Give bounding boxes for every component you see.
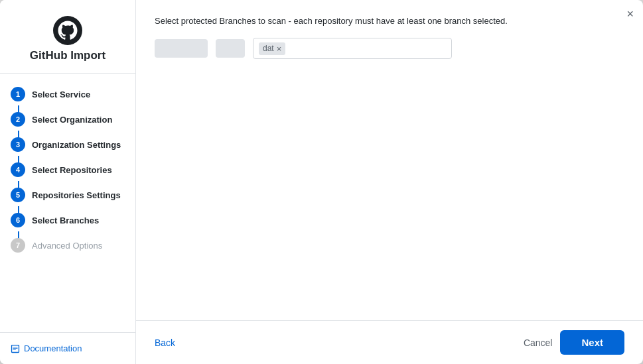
sidebar-steps: 1 Select Service 2 Select Organization 3…: [0, 74, 135, 332]
step-circle-1: 1: [11, 87, 25, 101]
doc-link-label: Documentation: [24, 343, 82, 353]
modal-container: GitHub Import 1 Select Service 2 Select …: [0, 0, 643, 364]
repo-tag-1: [155, 39, 208, 58]
sidebar-footer: Documentation: [0, 332, 135, 364]
book-icon: [11, 344, 20, 353]
footer-right: Cancel Next: [524, 330, 624, 355]
step-label-6: Select Branches: [32, 215, 99, 225]
step-label-2: Select Organization: [32, 115, 112, 125]
step-label-3: Organization Settings: [32, 140, 121, 150]
page-description: Select protected Branches to scan - each…: [155, 16, 624, 26]
step-label-4: Select Repositories: [32, 165, 112, 175]
next-button[interactable]: Next: [560, 330, 624, 355]
branch-tag-value: dat: [263, 44, 274, 53]
step-circle-5: 5: [11, 188, 25, 202]
branch-tag: dat ×: [259, 42, 285, 55]
sidebar-title: GitHub Import: [30, 49, 106, 62]
step-label-1: Select Service: [32, 90, 90, 99]
github-logo-icon: [53, 16, 82, 45]
repo-tag-2: [216, 39, 245, 58]
step-circle-6: 6: [11, 213, 25, 227]
main-content: × Select protected Branches to scan - ea…: [136, 0, 643, 364]
branch-row: dat ×: [155, 38, 624, 59]
back-button[interactable]: Back: [155, 337, 175, 348]
step-item-4[interactable]: 4 Select Repositories: [0, 157, 135, 182]
step-item-2[interactable]: 2 Select Organization: [0, 107, 135, 132]
documentation-link[interactable]: Documentation: [11, 343, 125, 353]
svg-point-0: [53, 16, 82, 45]
footer: Back Cancel Next: [136, 320, 643, 364]
branch-tag-remove[interactable]: ×: [277, 44, 282, 54]
step-item-1[interactable]: 1 Select Service: [0, 82, 135, 107]
step-circle-2: 2: [11, 112, 25, 127]
branch-input-box[interactable]: dat ×: [253, 38, 452, 59]
sidebar-header: GitHub Import: [0, 0, 135, 74]
footer-left: Back: [155, 337, 175, 348]
step-label-7: Advanced Options: [32, 241, 102, 251]
cancel-button[interactable]: Cancel: [524, 337, 553, 348]
close-button[interactable]: ×: [626, 8, 634, 20]
step-item-7[interactable]: 7 Advanced Options: [0, 233, 135, 258]
sidebar: GitHub Import 1 Select Service 2 Select …: [0, 0, 136, 364]
step-circle-7: 7: [11, 238, 25, 253]
step-circle-4: 4: [11, 162, 25, 177]
step-circle-3: 3: [11, 137, 25, 152]
step-item-3[interactable]: 3 Organization Settings: [0, 132, 135, 157]
content-area: Select protected Branches to scan - each…: [136, 0, 643, 320]
step-item-6[interactable]: 6 Select Branches: [0, 208, 135, 233]
step-item-5[interactable]: 5 Repositories Settings: [0, 182, 135, 208]
step-label-5: Repositories Settings: [32, 190, 121, 200]
